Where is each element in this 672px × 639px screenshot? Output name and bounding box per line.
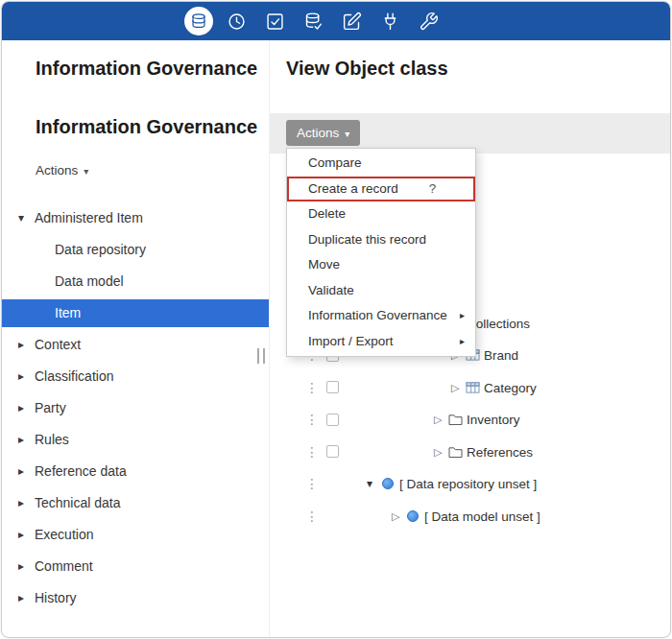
sidebar-item-label: Rules [35,424,69,456]
chevron-down-icon[interactable]: ▾ [18,202,30,234]
sidebar-item-label: Administered Item [35,202,143,234]
tree-row-label: Brand [484,348,518,363]
row-checkbox[interactable] [326,445,339,458]
database-icon[interactable] [184,7,213,36]
chevron-right-icon[interactable]: ▷ [434,446,442,457]
app-title: Information Governance [36,58,257,80]
database-check-icon[interactable] [301,10,324,33]
chevron-right-icon[interactable]: ▸ [18,519,30,551]
menu-item-label: Validate [308,283,354,297]
chevron-right-icon[interactable]: ▸ [18,487,30,519]
chevron-right-icon[interactable]: ▸ [18,392,30,424]
sidebar-item-label: Comment [35,551,93,582]
edit-icon[interactable] [340,10,363,33]
submenu-arrow-icon: ▸ [460,303,465,329]
menu-item-validate[interactable]: Validate [287,278,475,304]
tree-row-label: Category [484,380,537,394]
drag-handle-icon[interactable]: ⋮ [305,477,319,490]
sidebar-item-label: Data repository [55,234,146,266]
tree-row-inventory[interactable]: ⋮ ▷ Inventory [269,404,671,436]
panel-resize-handle[interactable] [257,348,265,364]
menu-item-information-governance[interactable]: Information Governance▸ [287,303,475,329]
sidebar-item-data-model[interactable]: Data model [2,266,269,297]
left-actions-label: Actions [36,163,78,178]
drag-handle-icon[interactable]: ⋮ [305,445,319,459]
actions-dropdown-menu: Compare Create a record? Delete Duplicat… [286,148,476,357]
drag-handle-icon[interactable]: ⋮ [305,509,319,523]
sidebar-item-data-repository[interactable]: Data repository [2,234,269,266]
sidebar-item-comment[interactable]: ▸ Comment [2,551,269,582]
menu-item-create-a-record[interactable]: Create a record? [287,177,475,202]
chevron-right-icon[interactable]: ▷ [451,382,459,392]
sidebar-item-context[interactable]: ▸ Context [2,329,269,361]
folder-icon [448,414,463,426]
sidebar-item-administered-item[interactable]: ▾ Administered Item [2,202,269,234]
menu-item-label: Compare [308,155,362,170]
table-icon [466,381,480,393]
menu-item-label: Create a record [308,181,398,196]
menu-item-label: Delete [308,206,346,221]
tree-row-references[interactable]: ⋮ ▷ References [269,436,671,467]
left-section-title: Information Governance [36,116,257,138]
menu-item-import-export[interactable]: Import / Export▸ [287,329,475,355]
chevron-down-icon: ▾ [84,166,88,177]
menu-item-compare[interactable]: Compare [287,151,475,177]
menu-item-duplicate-this-record[interactable]: Duplicate this record [287,227,475,253]
menu-item-delete[interactable]: Delete [287,201,475,227]
sidebar-item-technical-data[interactable]: ▸ Technical data [2,487,269,519]
actions-button[interactable]: Actions▾ [286,120,360,146]
chevron-right-icon[interactable]: ▸ [18,361,30,392]
left-actions-dropdown[interactable]: Actions▾ [36,163,88,178]
top-navigation-bar [2,2,670,40]
tree-row-label: References [467,444,533,459]
tree-row-data-repository-unset[interactable]: ⋮ ▾ [ Data repository unset ] [269,468,671,500]
chevron-right-icon[interactable]: ▷ [434,414,442,425]
dataspace-icon [382,478,394,489]
sidebar-item-label: Reference data [35,456,127,487]
tree-row-category[interactable]: ⋮ ▷ Category [269,371,671,403]
chevron-right-icon[interactable]: ▸ [18,551,30,582]
row-checkbox[interactable] [326,381,339,393]
tree-row-data-model-unset[interactable]: ⋮ ▷ [ Data model unset ] [269,500,671,532]
drag-handle-icon[interactable]: ⋮ [305,381,319,394]
wrench-icon[interactable] [417,10,440,33]
folder-icon [448,445,463,458]
plug-icon[interactable] [378,10,401,33]
sidebar-item-label: Item [55,299,81,327]
chevron-down-icon[interactable]: ▾ [367,478,372,489]
tree-row-label: [ Data model unset ] [424,509,540,523]
sidebar-item-item[interactable]: Item [2,299,269,327]
dataspace-icon [407,510,419,522]
sidebar-item-label: Party [35,392,66,424]
sidebar-item-reference-data[interactable]: ▸ Reference data [2,456,269,487]
check-square-icon[interactable] [263,10,286,33]
page-title: View Object class [286,58,448,80]
chevron-right-icon[interactable]: ▷ [392,510,399,521]
chevron-right-icon[interactable]: ▸ [18,456,30,487]
chevron-right-icon[interactable]: ▸ [18,329,30,361]
menu-item-label: Information Governance [308,308,447,322]
tree-row-label: [ Data repository unset ] [399,477,537,491]
chevron-right-icon[interactable]: ▸ [18,582,30,614]
sidebar-item-label: Execution [35,519,93,551]
sidebar-item-label: Classification [35,361,113,392]
chevron-right-icon[interactable]: ▸ [18,424,30,456]
sidebar-item-execution[interactable]: ▸ Execution [2,519,269,551]
sidebar-item-party[interactable]: ▸ Party [2,392,269,424]
menu-item-hint: ? [429,181,437,196]
sidebar-item-label: Context [35,329,81,361]
app-window: Information Governance View Object class… [1,1,671,638]
chevron-down-icon: ▾ [345,129,349,139]
submenu-arrow-icon: ▸ [460,329,465,355]
actions-button-label: Actions [297,126,339,140]
menu-item-label: Duplicate this record [308,232,426,247]
tree-row-label: Inventory [467,413,520,427]
menu-item-move[interactable]: Move [287,252,475,278]
clock-icon[interactable] [225,10,248,33]
row-checkbox[interactable] [326,414,339,426]
sidebar-item-history[interactable]: ▸ History [2,582,269,614]
sidebar-item-label: Technical data [35,487,121,519]
sidebar-item-classification[interactable]: ▸ Classification [2,361,269,392]
drag-handle-icon[interactable]: ⋮ [305,413,319,426]
sidebar-item-rules[interactable]: ▸ Rules [2,424,269,456]
